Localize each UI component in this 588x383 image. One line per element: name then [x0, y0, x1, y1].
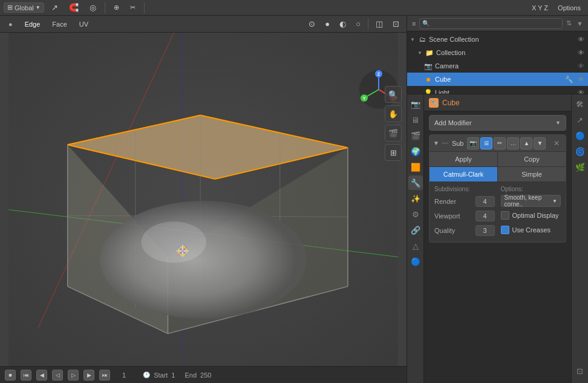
viewport-value[interactable]: 4	[475, 211, 495, 221]
modifier-close-button[interactable]: ✕	[551, 138, 562, 149]
viewport-shading-mat[interactable]: ◐	[336, 18, 350, 30]
tab-physics[interactable]: ⚙	[408, 207, 423, 221]
tree-item-camera[interactable]: 📷 Camera 👁	[407, 59, 588, 73]
timeline-prev-key[interactable]: ⏮	[21, 370, 31, 381]
mode-tab-face[interactable]: Face	[47, 19, 71, 29]
tab-scene[interactable]: 🎬	[408, 128, 423, 143]
zoom-button[interactable]: 🔍	[385, 86, 402, 103]
viewport-number: 4	[483, 212, 486, 220]
props-header: 🔧 Cube	[424, 94, 571, 111]
viewport-shading-solid[interactable]: ●	[321, 18, 333, 30]
tree-item-cube[interactable]: ■ Cube 🔧 👁	[407, 73, 588, 86]
mod-view-icon[interactable]: 🖥	[480, 137, 492, 149]
tab-output[interactable]: 🖥	[408, 113, 423, 127]
outliner-search[interactable]	[419, 18, 563, 29]
add-modifier-chevron: ▼	[555, 120, 561, 126]
outliner-sort-icon[interactable]: ⇅	[566, 19, 572, 27]
tree-eye-collection[interactable]: 👁	[576, 48, 586, 57]
subdivisions-header: Subdivisions:	[434, 186, 495, 192]
cube-vis-icon[interactable]: 👁	[576, 74, 586, 84]
tab-data[interactable]: △	[408, 238, 423, 253]
tab-modifier[interactable]: 🔧	[408, 175, 423, 190]
rs-tool-icon-6[interactable]: ⊡	[573, 364, 587, 378]
subdivisions-col: Subdivisions: Render 4 Viewport	[434, 186, 495, 238]
mod-more-icon[interactable]: …	[507, 137, 519, 149]
pan-button[interactable]: ✋	[385, 105, 402, 122]
knife-icon[interactable]: ✂	[126, 2, 139, 13]
tree-eye-scene[interactable]: 👁	[576, 34, 586, 44]
mod-cam-icon[interactable]: 📷	[467, 137, 479, 149]
gizmo-toggle[interactable]: ⊡	[389, 18, 403, 30]
tree-icon-light: 💡	[424, 88, 433, 94]
rs-tool-icon-1[interactable]: 🛠	[573, 97, 587, 111]
optimal-display-checkbox[interactable]	[501, 211, 509, 220]
render-number: 4	[483, 198, 486, 205]
rs-tool-icon-3[interactable]: 🔵	[573, 128, 587, 143]
camera-view-button[interactable]: 🎬	[385, 125, 402, 142]
tab-particles[interactable]: ✨	[408, 191, 423, 206]
smooth-dropdown-chevron: ▼	[552, 198, 557, 204]
catmull-clark-button[interactable]: Catmull-Clark	[430, 167, 498, 182]
viewport-options[interactable]: Options	[554, 3, 584, 13]
mod-dn-icon[interactable]: ▼	[534, 137, 546, 149]
viewport-shading-wire[interactable]: ⊙	[305, 18, 319, 30]
timeline-stop[interactable]: ■	[5, 370, 16, 381]
tree-label-scene: Scene Collection	[429, 36, 479, 43]
mode-dropdown[interactable]: ⊞ Global ▼	[4, 2, 44, 13]
tree-item-collection[interactable]: ▼ 📁 Collection 👁	[407, 46, 588, 59]
tree-item-light[interactable]: 💡 Light 👁	[407, 86, 588, 94]
transform-icon[interactable]: ↗	[48, 2, 62, 13]
tab-render[interactable]: 📷	[408, 97, 423, 111]
axis-toggle[interactable]: X Y Z	[528, 3, 552, 13]
axis-label: X Y Z	[532, 4, 548, 11]
mode-tab-edge[interactable]: Edge	[20, 19, 45, 29]
use-creases-checkbox[interactable]: ✓	[501, 226, 509, 234]
rs-tool-icon-2[interactable]: ↗	[573, 113, 587, 127]
add-modifier-button[interactable]: Add Modifier ▼	[429, 115, 566, 131]
viewport-area: ● Edge Face UV ⊙ ● ◐ ○ ◫ ⊡	[0, 16, 407, 383]
timeline-step-back[interactable]: ◀	[36, 370, 47, 381]
tab-material[interactable]: 🔵	[408, 254, 423, 269]
copy-label: Copy	[524, 155, 540, 163]
proportional-icon[interactable]: ◎	[86, 2, 100, 13]
timeline-play[interactable]: ▷	[68, 370, 79, 381]
snap-icon[interactable]: 🧲	[65, 2, 82, 13]
3d-viewport[interactable]: Z X Y 🔍 ✋ 🎬 ⊞	[0, 33, 407, 366]
mode-tab-vertex[interactable]: ●	[4, 19, 18, 29]
options-col: Options: Smooth, keep corne.. ▼ Optimal …	[501, 186, 561, 238]
timeline-play-back[interactable]: ◁	[52, 370, 63, 381]
svg-point-24	[100, 201, 306, 319]
tree-eye-camera[interactable]: 👁	[576, 61, 586, 71]
tab-object[interactable]: 🟧	[408, 160, 423, 174]
tab-world[interactable]: 🌍	[408, 144, 423, 159]
rs-tool-icon-4[interactable]: 🌀	[573, 144, 587, 159]
overlay-toggle[interactable]: ◫	[372, 18, 387, 30]
render-value[interactable]: 4	[475, 196, 495, 207]
timeline-step-fwd[interactable]: ▶	[83, 370, 94, 381]
apply-button[interactable]: Apply	[430, 152, 498, 166]
tree-icon-collection: 📁	[425, 48, 434, 57]
copy-button[interactable]: Copy	[498, 152, 566, 166]
tree-label-light: Light	[435, 89, 449, 94]
tab-constraints[interactable]: 🔗	[408, 223, 423, 237]
viewport-shading-render[interactable]: ○	[352, 18, 364, 30]
grid-view-button[interactable]: ⊞	[385, 144, 402, 161]
modifier-expand-arrow[interactable]: ▼	[433, 140, 439, 146]
cube-props-icon[interactable]: 🔧	[564, 74, 574, 84]
quality-value[interactable]: 3	[475, 225, 495, 236]
tree-arrow-collection: ▼	[417, 50, 423, 56]
outliner-filter2-icon[interactable]: ▼	[577, 20, 583, 27]
tree-icon-scene: 🗂	[418, 35, 426, 44]
tree-eye-light[interactable]: 👁	[576, 88, 586, 94]
smooth-dropdown[interactable]: Smooth, keep corne.. ▼	[501, 195, 561, 207]
mod-edit-icon[interactable]: ✏	[494, 137, 506, 149]
timeline-next-key[interactable]: ⏭	[99, 370, 110, 381]
mod-up-icon[interactable]: ▲	[520, 137, 532, 149]
tree-item-scene-collection[interactable]: ▼ 🗂 Scene Collection 👁	[407, 33, 588, 46]
mode-tab-uv[interactable]: UV	[74, 19, 93, 29]
rs-tool-icon-5[interactable]: 🌿	[573, 160, 587, 174]
use-creases-row: ✓ Use Creases	[501, 223, 561, 237]
svg-text:Z: Z	[377, 72, 381, 76]
cursor-icon[interactable]: ⊕	[110, 2, 123, 13]
simple-button[interactable]: Simple	[498, 167, 566, 182]
